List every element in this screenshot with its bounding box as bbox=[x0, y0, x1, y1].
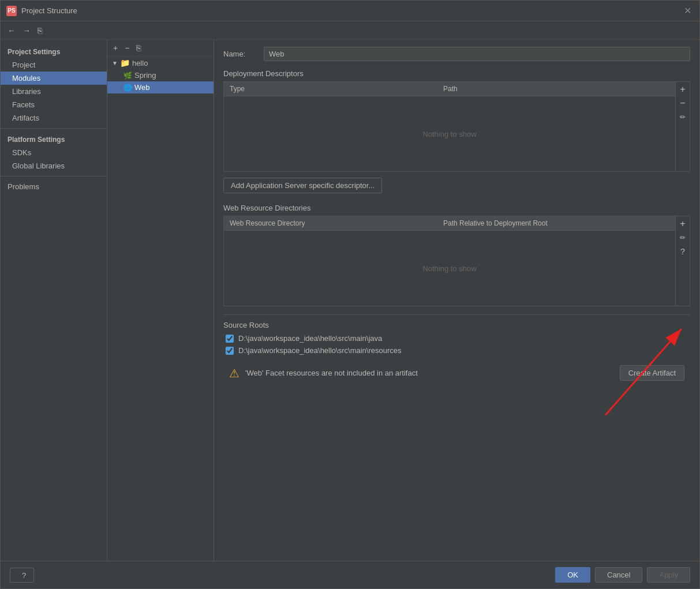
main-toolbar: ← → ⎘ bbox=[1, 21, 699, 40]
sidebar-item-sdks[interactable]: SDKs bbox=[1, 146, 107, 159]
deployment-descriptors-table: Type Path Nothing to show bbox=[223, 81, 676, 172]
name-field-row: Name: bbox=[223, 47, 690, 61]
web-resource-directories-section: Web Resource Directories Web Resource Di… bbox=[223, 204, 690, 306]
source-roots-title: Source Roots bbox=[223, 314, 690, 329]
nothing-to-show-1: Nothing to show bbox=[422, 130, 476, 138]
web-resource-table-body: Nothing to show bbox=[224, 231, 675, 306]
deployment-table-body: Nothing to show bbox=[224, 96, 675, 171]
folder-icon: 📁 bbox=[120, 58, 130, 67]
deployment-remove-button[interactable]: − bbox=[677, 97, 688, 110]
tree-node-spring[interactable]: 🌿 Spring bbox=[107, 69, 214, 81]
web-resource-header: Web Resource Directory Path Relative to … bbox=[224, 216, 675, 231]
sidebar-item-project[interactable]: Project bbox=[1, 58, 107, 72]
deployment-add-button[interactable]: + bbox=[677, 83, 688, 96]
add-server-descriptor-button[interactable]: Add Application Server specific descript… bbox=[223, 178, 382, 193]
deployment-actions-col: + − ✏ bbox=[676, 81, 690, 172]
source-root-row-0: D:\java\workspace_idea\hello\src\main\ja… bbox=[223, 334, 690, 343]
name-label: Name: bbox=[223, 50, 258, 58]
content-panel: Name: Deployment Descriptors Type Path N… bbox=[214, 40, 699, 561]
sidebar-item-artifacts[interactable]: Artifacts bbox=[1, 111, 107, 125]
source-root-checkbox-1[interactable] bbox=[226, 347, 234, 355]
nothing-to-show-2: Nothing to show bbox=[422, 264, 476, 273]
dialog-footer: ? OK Cancel Apply bbox=[1, 561, 699, 588]
warning-icon: ⚠ bbox=[229, 366, 239, 380]
ok-button[interactable]: OK bbox=[555, 567, 590, 583]
sidebar: Project Settings Project Modules Librari… bbox=[1, 40, 107, 561]
tree-copy-button[interactable]: ⎘ bbox=[134, 42, 143, 54]
source-roots-section: Source Roots D:\java\workspace_idea\hell… bbox=[223, 314, 690, 355]
source-root-row-1: D:\java\workspace_idea\hello\src\main\re… bbox=[223, 346, 690, 355]
wrd-column-header: Web Resource Directory bbox=[224, 216, 437, 230]
deployment-edit-button[interactable]: ✏ bbox=[677, 111, 688, 123]
project-structure-dialog: PS Project Structure ✕ ← → ⎘ Project Set… bbox=[0, 0, 700, 589]
tree-add-button[interactable]: + bbox=[111, 42, 120, 54]
tree-toolbar: + − ⎘ bbox=[107, 40, 214, 57]
chevron-down-icon: ▼ bbox=[112, 60, 118, 66]
close-button[interactable]: ✕ bbox=[682, 5, 694, 16]
platform-settings-title: Platform Settings bbox=[1, 132, 107, 146]
module-tree-panel: + − ⎘ ▼ 📁 hello 🌿 Spring 🌐 Web bbox=[107, 40, 214, 561]
project-settings-title: Project Settings bbox=[1, 44, 107, 58]
sidebar-divider-2 bbox=[1, 176, 107, 177]
cancel-button[interactable]: Cancel bbox=[595, 567, 642, 583]
back-button[interactable]: ← bbox=[5, 25, 18, 36]
source-root-path-1: D:\java\workspace_idea\hello\src\main\re… bbox=[238, 346, 402, 355]
title-bar: PS Project Structure ✕ bbox=[1, 1, 699, 21]
tree-node-hello[interactable]: ▼ 📁 hello bbox=[107, 57, 214, 69]
sidebar-item-modules[interactable]: Modules bbox=[1, 72, 107, 85]
sidebar-item-libraries[interactable]: Libraries bbox=[1, 85, 107, 98]
web-resource-directories-title: Web Resource Directories bbox=[223, 204, 690, 212]
apply-button[interactable]: Apply bbox=[647, 567, 690, 583]
tree-node-web[interactable]: 🌐 Web bbox=[107, 81, 214, 93]
type-column-header: Type bbox=[224, 82, 437, 96]
web-resource-actions-col: + ✏ ? bbox=[676, 216, 690, 306]
create-artifact-button[interactable]: Create Artifact bbox=[620, 365, 684, 381]
main-content: Project Settings Project Modules Librari… bbox=[1, 40, 699, 561]
app-icon: PS bbox=[6, 6, 17, 16]
web-resource-table: Web Resource Directory Path Relative to … bbox=[223, 216, 676, 306]
web-resource-add-button[interactable]: + bbox=[677, 217, 688, 230]
web-resource-edit-button[interactable]: ✏ bbox=[677, 231, 688, 244]
source-root-path-0: D:\java\workspace_idea\hello\src\main\ja… bbox=[238, 334, 382, 343]
copy-button[interactable]: ⎘ bbox=[35, 25, 44, 36]
deployment-descriptors-title: Deployment Descriptors bbox=[223, 69, 690, 78]
tree-remove-button[interactable]: − bbox=[122, 42, 132, 54]
sidebar-item-global-libraries[interactable]: Global Libraries bbox=[1, 159, 107, 172]
source-root-checkbox-0[interactable] bbox=[226, 335, 234, 343]
path-column-header: Path bbox=[437, 82, 675, 96]
web-icon: 🌐 bbox=[123, 84, 132, 92]
forward-button[interactable]: → bbox=[20, 25, 33, 36]
deployment-descriptors-table-container: Type Path Nothing to show + − ✏ bbox=[223, 81, 690, 172]
sidebar-item-facets[interactable]: Facets bbox=[1, 98, 107, 111]
dialog-title: Project Structure bbox=[21, 6, 682, 15]
warning-bar: ⚠ 'Web' Facet resources are not included… bbox=[223, 361, 690, 385]
spring-icon: 🌿 bbox=[123, 72, 132, 80]
web-resource-help-button[interactable]: ? bbox=[677, 245, 688, 258]
help-button[interactable]: ? bbox=[10, 568, 34, 583]
warning-text: 'Web' Facet resources are not included i… bbox=[245, 369, 614, 377]
sidebar-divider bbox=[1, 128, 107, 129]
web-resource-table-container: Web Resource Directory Path Relative to … bbox=[223, 216, 690, 306]
deployment-table-header: Type Path bbox=[224, 82, 675, 96]
name-input[interactable] bbox=[264, 47, 690, 61]
prd-column-header: Path Relative to Deployment Root bbox=[437, 216, 675, 230]
sidebar-item-problems[interactable]: Problems bbox=[1, 180, 107, 193]
